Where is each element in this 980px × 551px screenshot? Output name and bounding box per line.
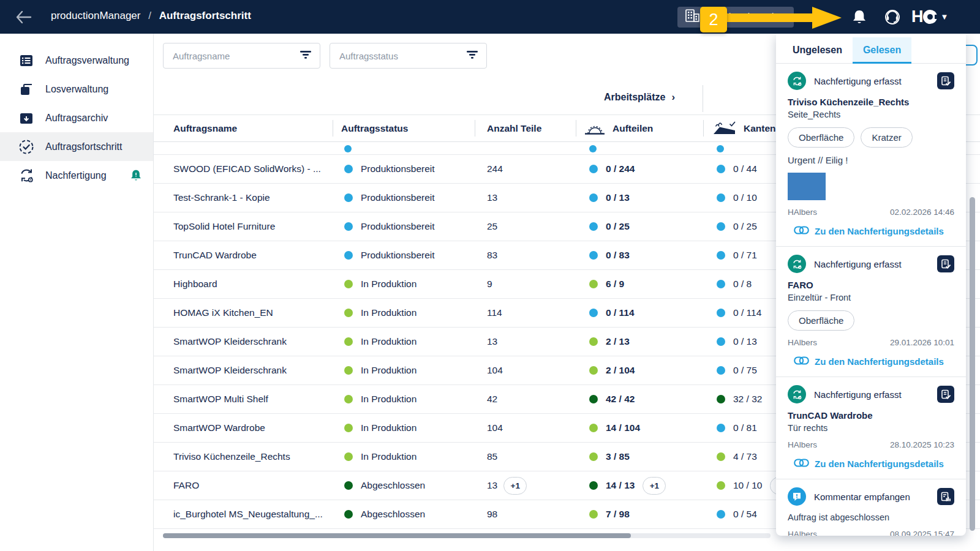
- kanten-value: 32 / 32: [733, 394, 762, 405]
- notification-part-subtitle: Einzeltür - Front: [788, 293, 954, 302]
- annotation-step-badge: 2: [700, 7, 727, 32]
- parts-count: 25: [487, 221, 497, 232]
- defect-tag[interactable]: Oberfläche: [788, 127, 854, 148]
- column-header-aufteilen[interactable]: Aufteilen: [576, 115, 703, 141]
- aufteilen-progress-cell: 7 / 98: [576, 509, 703, 520]
- filter-icon[interactable]: [300, 50, 312, 62]
- notification-card[interactable]: Nachfertigung erfasstFAROEinzeltür - Fro…: [776, 247, 966, 377]
- notification-timestamp: 28.10.2025 10:23: [890, 440, 954, 449]
- edge-banding-icon: [712, 120, 737, 137]
- order-status-cell: Abgeschlossen: [333, 509, 475, 520]
- report-check-icon[interactable]: [937, 386, 954, 403]
- column-header-auftragsname[interactable]: Auftragsname: [154, 115, 333, 141]
- notification-type-label: Nachfertigung erfasst: [814, 389, 929, 400]
- extra-count-badge[interactable]: +1: [643, 477, 666, 495]
- status-dot: [344, 337, 353, 346]
- aufteilen-value: 0 / 25: [606, 221, 630, 232]
- support-headset-icon[interactable]: [884, 9, 902, 26]
- workstations-group-header[interactable]: Arbeitsplätze›: [576, 91, 703, 103]
- aufteilen-progress-cell: 0 / 114: [576, 307, 703, 318]
- attachment-thumbnail[interactable]: [788, 173, 826, 200]
- sidebar-item-auftragsarchiv[interactable]: Auftragsarchiv: [0, 103, 153, 132]
- tab-ungelesen[interactable]: Ungelesen: [782, 37, 853, 63]
- status-dot: [344, 280, 353, 288]
- nachfertigung-details-link[interactable]: Zu den Nachfertigungsdetails: [794, 226, 954, 236]
- saw-icon: [583, 121, 606, 135]
- notification-header: Nachfertigung erfasst: [788, 255, 954, 273]
- status-label: In Produktion: [361, 279, 417, 290]
- horizontal-scrollbar-thumb[interactable]: [163, 533, 631, 538]
- link-label: Zu den Nachfertigungsdetails: [815, 459, 944, 469]
- kanten-value: 10 / 10: [733, 480, 762, 491]
- parts-count-cell: 13+1: [475, 477, 576, 495]
- back-arrow-icon[interactable]: [15, 10, 33, 24]
- status-label: In Produktion: [361, 336, 417, 347]
- aufteilen-value: 14 / 13: [606, 480, 635, 491]
- sidebar-item-label: Auftragsarchiv: [45, 113, 108, 124]
- parts-count: 98: [487, 509, 497, 520]
- progress-dot: [589, 193, 598, 202]
- status-dot: [717, 145, 724, 152]
- status-label: In Produktion: [361, 307, 417, 318]
- hc-logo-icon: H: [911, 7, 923, 26]
- sidebar-navigation: Auftragsverwaltung Losverwaltung Auftrag…: [0, 34, 154, 551]
- aufteilen-progress-cell: 0 / 13: [576, 192, 703, 203]
- order-name: Highboard: [173, 279, 217, 290]
- progress-dot: [589, 337, 598, 346]
- order-name-cell: TopSolid Hotel Furniture: [154, 221, 333, 232]
- notification-card[interactable]: Kommentar empfangenAuftrag ist abgeschlo…: [776, 479, 966, 536]
- defect-tag[interactable]: Kratzer: [861, 127, 912, 148]
- user-account-menu[interactable]: H ▼: [911, 7, 948, 26]
- notification-type-label: Nachfertigung erfasst: [814, 259, 929, 269]
- notification-type-label: Nachfertigung erfasst: [814, 76, 929, 86]
- page-title: Auftragsfortschritt: [159, 10, 251, 21]
- notification-card[interactable]: Nachfertigung erfasstTrunCAD WardrobeTür…: [776, 377, 966, 479]
- nachfertigung-details-link[interactable]: Zu den Nachfertigungsdetails: [794, 459, 954, 469]
- nachfertigung-details-link[interactable]: Zu den Nachfertigungsdetails: [794, 356, 954, 367]
- status-dot: [344, 395, 353, 403]
- vertical-scrollbar-thumb[interactable]: [970, 197, 975, 531]
- filter-icon[interactable]: [466, 50, 478, 62]
- kanten-value: 0 / 54: [733, 509, 757, 520]
- order-name-filter[interactable]: [163, 43, 320, 69]
- notification-header: Nachfertigung erfasst: [788, 385, 954, 403]
- report-check-icon[interactable]: [937, 255, 954, 272]
- order-name: Triviso Küchenzeile_Rechts: [173, 451, 290, 462]
- aufteilen-value: 0 / 83: [606, 250, 630, 261]
- notification-footer: HAlbers29.01.2026 10:01: [788, 338, 954, 347]
- notification-card[interactable]: Nachfertigung erfasstTriviso Küchenzeile…: [776, 64, 966, 247]
- progress-dot: [717, 510, 725, 519]
- status-label: In Produktion: [361, 365, 417, 376]
- status-label: Abgeschlossen: [361, 509, 425, 520]
- chevron-right-icon[interactable]: ›: [671, 91, 675, 103]
- order-status-filter-input[interactable]: [330, 51, 466, 61]
- column-header-auftragsstatus[interactable]: Auftragsstatus: [333, 115, 475, 141]
- aufteilen-value: 14 / 104: [606, 422, 640, 433]
- notifications-bell-icon[interactable]: [851, 9, 870, 26]
- column-header-anzahl-teile[interactable]: Anzahl Teile: [475, 115, 576, 141]
- sidebar-item-nachfertigung[interactable]: Nachfertigung: [0, 161, 153, 190]
- notification-footer: HAlbers02.02.2026 14:46: [788, 208, 954, 217]
- sidebar-item-losverwaltung[interactable]: Losverwaltung: [0, 75, 153, 103]
- order-name-filter-input[interactable]: [164, 51, 300, 61]
- link-label: Zu den Nachfertigungsdetails: [815, 356, 944, 367]
- sidebar-item-auftragsverwaltung[interactable]: Auftragsverwaltung: [0, 46, 153, 75]
- archive-icon: [18, 111, 34, 126]
- order-status-filter[interactable]: [330, 43, 487, 69]
- progress-dot: [717, 222, 725, 231]
- sidebar-item-auftragsfortschritt[interactable]: Auftragsfortschritt: [0, 132, 153, 161]
- progress-dot: [717, 452, 725, 461]
- status-dot: [344, 251, 353, 260]
- status-label: In Produktion: [361, 394, 417, 405]
- link-label: Zu den Nachfertigungsdetails: [815, 226, 944, 236]
- report-check-icon[interactable]: [937, 72, 954, 89]
- status-dot: [344, 165, 353, 173]
- aufteilen-value: 7 / 98: [606, 509, 630, 520]
- tab-gelesen[interactable]: Gelesen: [853, 37, 911, 63]
- defect-tag[interactable]: Oberfläche: [788, 310, 854, 331]
- parts-count-cell: 13: [475, 336, 576, 347]
- comment-icon: [788, 487, 806, 506]
- extra-count-badge[interactable]: +1: [503, 477, 527, 495]
- report-chart-icon[interactable]: [937, 488, 954, 505]
- sidebar-collapse-button[interactable]: «: [16, 547, 22, 551]
